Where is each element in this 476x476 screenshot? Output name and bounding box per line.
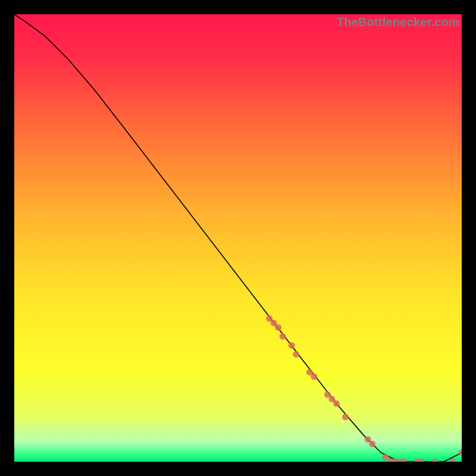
marker-point [369,440,375,447]
chart-background [14,14,462,462]
marker-point [280,333,286,340]
marker-point [293,351,299,358]
marker-point [275,324,281,331]
chart-plot [14,14,462,462]
marker-point [333,400,340,407]
marker-point [289,342,295,349]
chart-frame: TheBottlenecker.com [14,14,462,462]
watermark-text: TheBottlenecker.com [337,15,459,29]
marker-point [342,414,349,420]
marker-point [311,374,317,380]
